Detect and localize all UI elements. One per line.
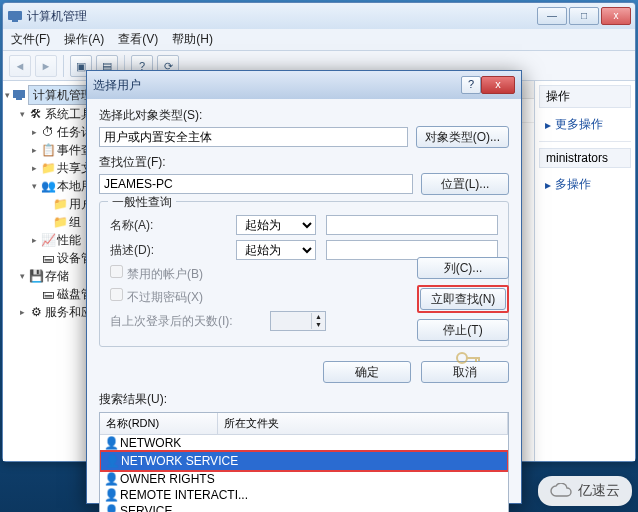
menubar: 文件(F) 操作(A) 查看(V) 帮助(H) [3, 29, 635, 51]
cloud-icon [550, 483, 572, 499]
columns-button[interactable]: 列(C)... [417, 257, 509, 279]
actions-more[interactable]: ▸更多操作 [539, 114, 631, 135]
ok-button[interactable]: 确定 [323, 361, 411, 383]
tb-back-icon[interactable]: ◄ [9, 55, 31, 77]
user-icon: 👤 [105, 454, 119, 468]
days-spinner[interactable]: ▲▼ [270, 311, 326, 331]
name-label: 名称(A): [110, 217, 226, 234]
folder-icon: 📁 [53, 215, 67, 229]
chevron-right-icon: ▸ [545, 118, 551, 132]
stop-button[interactable]: 停止(T) [417, 319, 509, 341]
folder-icon: 📁 [41, 161, 55, 175]
select-users-dialog: 选择用户 ? x 选择此对象类型(S): 对象类型(O)... 查找位置(F):… [86, 70, 522, 504]
watermark: 亿速云 [538, 476, 632, 506]
menu-help[interactable]: 帮助(H) [172, 31, 213, 48]
result-row[interactable]: 👤REMOTE INTERACTI... [100, 487, 508, 503]
actions-header: 操作 [539, 85, 631, 108]
actions-separator [539, 141, 631, 142]
result-row[interactable]: 👤NETWORK [100, 435, 508, 451]
service-icon: ⚙ [29, 305, 43, 319]
key-icon [455, 349, 481, 367]
result-row[interactable]: 👤SERVICE [100, 503, 508, 512]
menu-view[interactable]: 查看(V) [118, 31, 158, 48]
menu-action[interactable]: 操作(A) [64, 31, 104, 48]
storage-icon: 💾 [29, 269, 43, 283]
dialog-title: 选择用户 [93, 77, 481, 94]
titlebar[interactable]: 计算机管理 — □ x [3, 3, 635, 29]
desc-label: 描述(D): [110, 242, 226, 259]
actions-more-2[interactable]: ▸多操作 [539, 174, 631, 195]
cb-nonexpire-pwd-box[interactable] [110, 288, 123, 301]
results-header-folder[interactable]: 所在文件夹 [218, 413, 508, 434]
results-header[interactable]: 名称(RDN) 所在文件夹 [100, 413, 508, 435]
actions-pane: 操作 ▸更多操作 ministrators ▸多操作 [535, 81, 635, 461]
user-icon: 👤 [104, 472, 118, 486]
results-label: 搜索结果(U): [87, 389, 521, 410]
result-row[interactable]: 👤OWNER RIGHTS [100, 471, 508, 487]
menu-file[interactable]: 文件(F) [11, 31, 50, 48]
cb-nonexpire-pwd[interactable]: 不过期密码(X) [110, 288, 203, 306]
location-button[interactable]: 位置(L)... [421, 173, 509, 195]
users-icon: 👥 [41, 179, 55, 193]
watermark-text: 亿速云 [578, 482, 620, 500]
tb-fwd-icon[interactable]: ► [35, 55, 57, 77]
location-label: 查找位置(F): [99, 154, 509, 171]
cb-disabled-accounts[interactable]: 禁用的帐户(B) [110, 265, 203, 283]
wrench-icon: 🛠 [29, 107, 43, 121]
window-title: 计算机管理 [27, 8, 537, 25]
dialog-titlebar[interactable]: 选择用户 ? x [87, 71, 521, 99]
toolbar-separator [63, 55, 64, 77]
chevron-right-icon: ▸ [545, 178, 551, 192]
spin-down-icon[interactable]: ▼ [311, 321, 325, 329]
app-icon [7, 8, 23, 24]
svg-rect-0 [8, 11, 22, 20]
object-type-label: 选择此对象类型(S): [99, 107, 509, 124]
maximize-button[interactable]: □ [569, 7, 599, 25]
query-group-title: 一般性查询 [108, 194, 176, 211]
device-icon: 🖴 [41, 251, 55, 265]
svg-point-4 [457, 353, 467, 363]
result-row-selected[interactable]: 👤NETWORK SERVICE [100, 451, 508, 471]
monitor-icon [12, 88, 26, 102]
dialog-body: 选择此对象类型(S): 对象类型(O)... 查找位置(F): 位置(L)...… [87, 99, 521, 353]
svg-rect-3 [16, 98, 22, 100]
dialog-close-button[interactable]: x [481, 76, 515, 94]
svg-rect-5 [466, 357, 479, 359]
folder-icon: 📁 [53, 197, 67, 211]
cb-disabled-accounts-box[interactable] [110, 265, 123, 278]
user-icon: 👤 [104, 436, 118, 450]
days-label: 自上次登录后的天数(I): [110, 313, 260, 330]
actions-context: ministrators [539, 148, 631, 168]
days-input[interactable] [271, 312, 311, 330]
svg-rect-1 [12, 20, 18, 22]
desc-mode-select[interactable]: 起始为 [236, 240, 316, 260]
minimize-button[interactable]: — [537, 7, 567, 25]
find-now-highlight: 立即查找(N) [417, 285, 509, 313]
spin-up-icon[interactable]: ▲ [311, 313, 325, 321]
location-field[interactable] [99, 174, 413, 194]
svg-rect-6 [475, 357, 477, 362]
results-header-name[interactable]: 名称(RDN) [100, 413, 218, 434]
perf-icon: 📈 [41, 233, 55, 247]
svg-rect-2 [13, 90, 25, 98]
user-icon: 👤 [104, 504, 118, 512]
object-type-field[interactable] [99, 127, 408, 147]
clock-icon: ⏱ [41, 125, 55, 139]
help-button[interactable]: ? [461, 76, 481, 94]
name-mode-select[interactable]: 起始为 [236, 215, 316, 235]
disk-icon: 🖴 [41, 287, 55, 301]
find-now-button[interactable]: 立即查找(N) [420, 288, 506, 310]
user-icon: 👤 [104, 488, 118, 502]
svg-rect-7 [478, 357, 480, 361]
event-icon: 📋 [41, 143, 55, 157]
object-type-button[interactable]: 对象类型(O)... [416, 126, 509, 148]
close-button[interactable]: x [601, 7, 631, 25]
results-list[interactable]: 名称(RDN) 所在文件夹 👤NETWORK 👤NETWORK SERVICE … [99, 412, 509, 512]
name-input[interactable] [326, 215, 498, 235]
